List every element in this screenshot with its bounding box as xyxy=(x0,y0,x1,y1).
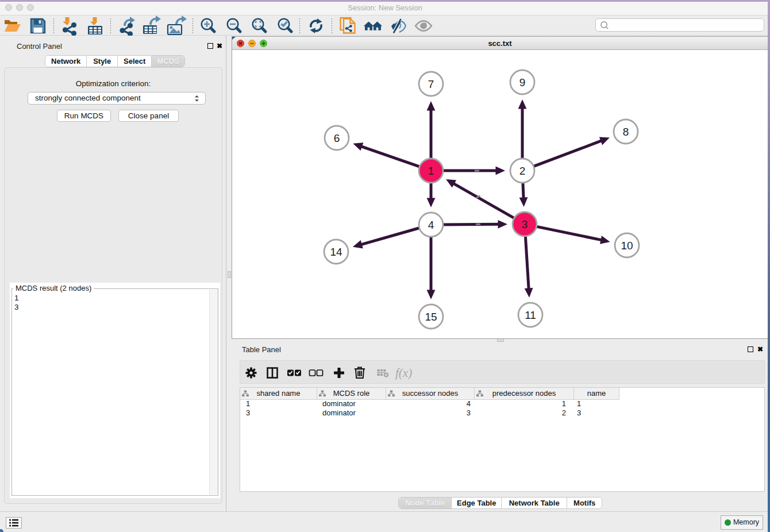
svg-text:11: 11 xyxy=(525,309,536,321)
svg-text:8: 8 xyxy=(623,126,629,138)
svg-text:6: 6 xyxy=(334,132,340,144)
svg-text:7: 7 xyxy=(428,78,434,90)
svg-text:14: 14 xyxy=(330,246,342,258)
svg-text:f(x): f(x) xyxy=(395,366,412,380)
svg-text:15: 15 xyxy=(425,311,437,323)
svg-text:4: 4 xyxy=(428,219,434,231)
svg-text:9: 9 xyxy=(519,76,526,88)
svg-text:2: 2 xyxy=(519,165,526,177)
svg-text:3: 3 xyxy=(522,218,528,230)
svg-text:1: 1 xyxy=(428,165,434,177)
svg-text:10: 10 xyxy=(621,240,633,252)
